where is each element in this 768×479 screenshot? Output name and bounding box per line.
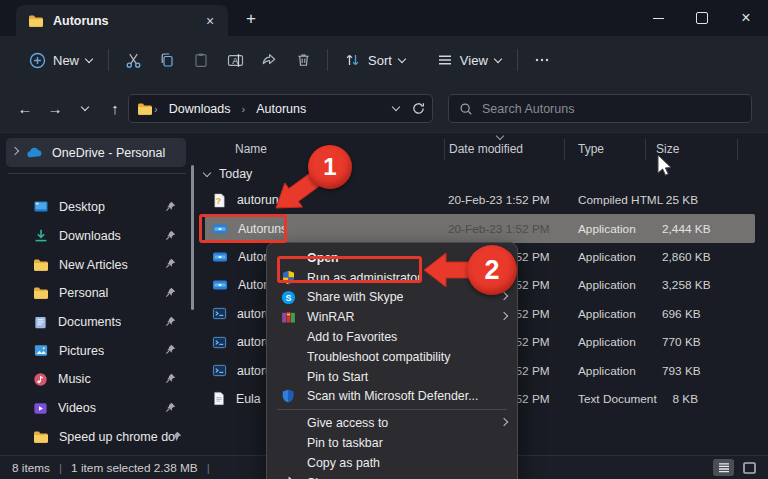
up-arrow-icon[interactable]: ↑ (100, 93, 130, 123)
forward-arrow-icon[interactable]: → (40, 93, 70, 123)
file-row-autoruns-exe-selected[interactable]: Autoruns 20-Feb-23 1:52 PM Application 2… (205, 214, 755, 242)
column-divider[interactable] (564, 139, 565, 160)
details-view-icon[interactable] (713, 459, 734, 476)
menu-item-share[interactable]: Share (267, 473, 517, 479)
column-header-name[interactable]: Name (235, 142, 267, 156)
new-button[interactable]: New (20, 43, 101, 77)
sidebar-item-videos[interactable]: Videos (0, 394, 190, 423)
search-input[interactable] (482, 102, 732, 116)
rename-button[interactable]: A (218, 43, 252, 77)
selection-info: 1 item selected 2.38 MB (71, 461, 198, 475)
view-button[interactable]: View (428, 43, 510, 77)
navigation-sidebar: OneDrive - Personal Desktop Downloads Ne… (0, 133, 200, 455)
back-arrow-icon[interactable]: ← (10, 93, 40, 123)
breadcrumb-autoruns[interactable]: Autoruns (250, 100, 312, 118)
svg-text:?: ? (216, 196, 221, 206)
file-size: 793 KB (662, 364, 698, 378)
pin-icon (165, 287, 176, 298)
titlebar: Autoruns × + × (0, 0, 768, 36)
onedrive-cloud-icon (26, 146, 43, 159)
sidebar-item-speed-up-chrome[interactable]: Speed up chrome down (0, 423, 190, 452)
sidebar-scrollbar[interactable] (191, 165, 194, 310)
share-icon (261, 52, 277, 68)
sidebar-item-music[interactable]: Music (0, 365, 190, 394)
refresh-icon[interactable] (411, 101, 426, 116)
sidebar-item-new-articles[interactable]: New Articles (0, 250, 190, 279)
folder-icon (33, 257, 49, 273)
sidebar-item-label: Documents (58, 315, 121, 329)
sidebar-item-pictures[interactable]: Pictures (0, 336, 190, 365)
file-size: 8 KB (662, 392, 698, 406)
pin-icon (165, 258, 176, 269)
chevron-down-icon (203, 168, 211, 176)
column-header-date[interactable]: Date modified (449, 142, 523, 156)
column-divider[interactable] (444, 139, 445, 160)
pin-icon (165, 316, 176, 327)
sort-arrows-icon (344, 52, 361, 68)
sort-button[interactable]: Sort (335, 43, 414, 77)
winrar-icon (281, 310, 296, 325)
history-chevron-icon[interactable] (70, 93, 100, 123)
tab-close-icon[interactable]: × (200, 11, 220, 31)
chevron-right-icon[interactable] (11, 147, 19, 155)
submenu-chevron-icon (500, 418, 508, 426)
sidebar-item-onedrive[interactable]: OneDrive - Personal (6, 138, 186, 167)
column-divider[interactable] (737, 139, 738, 160)
menu-item-add-to-favorites[interactable]: Add to Favorites (267, 327, 517, 347)
sidebar-item-desktop[interactable]: Desktop (0, 193, 190, 222)
caption-buttons: × (636, 0, 768, 36)
menu-item-pin-to-taskbar[interactable]: Pin to taskbar (267, 433, 517, 453)
svg-text:A: A (232, 55, 238, 65)
annotation-box-run-as-admin (277, 256, 422, 283)
toolbar-divider (327, 49, 328, 71)
svg-text:S: S (286, 293, 292, 303)
file-row-autoruns-chm[interactable]: ?autoruns 20-Feb-23 1:52 PM Compiled HTM… (205, 186, 755, 214)
folder-icon (33, 285, 49, 301)
minimize-icon[interactable] (636, 0, 680, 36)
tab-autoruns[interactable]: Autoruns × (16, 5, 228, 36)
column-header-type[interactable]: Type (578, 142, 604, 156)
pin-icon (171, 431, 182, 442)
downloads-icon (33, 228, 49, 244)
column-header-size[interactable]: Size (656, 142, 679, 156)
videos-icon (33, 401, 48, 416)
menu-item-troubleshoot-compatibility[interactable]: Troubleshoot compatibility (267, 347, 517, 367)
menu-item-pin-to-start[interactable]: Pin to Start (267, 367, 517, 387)
group-header-today[interactable]: Today (204, 167, 252, 181)
copy-button[interactable] (150, 43, 184, 77)
close-icon[interactable]: × (724, 0, 768, 36)
menu-item-scan-with-defender[interactable]: Scan with Microsoft Defender... (267, 387, 517, 407)
delete-button[interactable] (286, 43, 320, 77)
new-tab-button[interactable]: + (238, 7, 264, 31)
sidebar-item-downloads[interactable]: Downloads (0, 222, 190, 251)
sidebar-item-personal[interactable]: Personal (0, 279, 190, 308)
search-box[interactable] (448, 94, 752, 123)
sidebar-item-label: OneDrive - Personal (52, 146, 165, 160)
column-divider[interactable] (645, 139, 646, 160)
sort-button-label: Sort (368, 53, 392, 68)
file-date: 20-Feb-23 1:52 PM (448, 222, 578, 236)
sidebar-item-documents[interactable]: Documents (0, 308, 190, 337)
cut-button[interactable] (116, 43, 150, 77)
chm-file-icon: ? (212, 193, 227, 208)
menu-item-copy-as-path[interactable]: Copy as path (267, 453, 517, 473)
breadcrumb-downloads[interactable]: Downloads (163, 100, 237, 118)
search-icon (459, 102, 473, 116)
menu-item-give-access-to[interactable]: Give access to (267, 413, 517, 433)
console-file-icon (212, 363, 227, 378)
file-type: Application (578, 335, 662, 349)
file-type: Text Document (578, 392, 662, 406)
file-type: Application (578, 222, 662, 236)
more-options-button[interactable] (525, 43, 559, 77)
status-divider: | (59, 461, 62, 475)
console-file-icon (212, 306, 227, 321)
paste-button[interactable] (184, 43, 218, 77)
annotation-box-autoruns-file (199, 214, 287, 243)
large-icons-view-icon[interactable] (739, 459, 760, 476)
view-button-label: View (460, 53, 488, 68)
address-dropdown-icon[interactable] (392, 103, 400, 111)
breadcrumb[interactable]: › Downloads › Autoruns (128, 94, 433, 123)
maximize-icon[interactable] (680, 0, 724, 36)
documents-icon (33, 315, 48, 330)
share-button[interactable] (252, 43, 286, 77)
